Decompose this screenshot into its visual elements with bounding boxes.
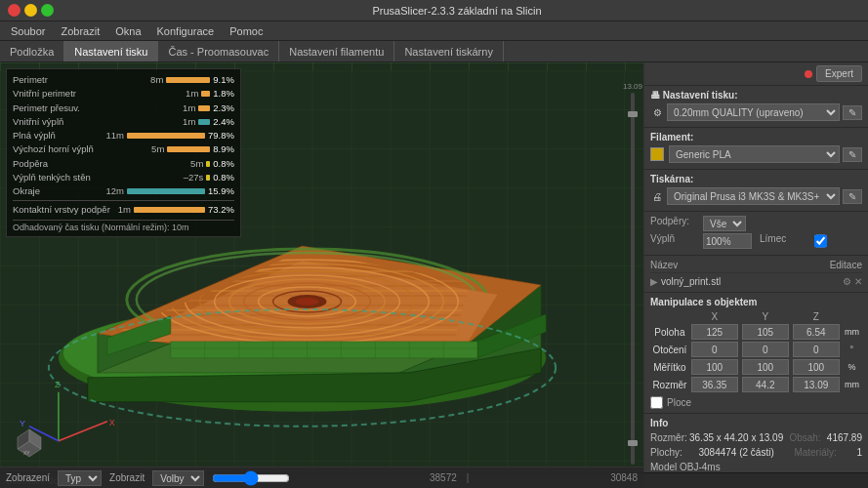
poloha-y-input[interactable] [742, 324, 789, 340]
minimize-btn[interactable] [24, 4, 37, 17]
brim-checkbox[interactable] [814, 233, 827, 249]
otoceni-x-input[interactable] [691, 342, 738, 357]
meritko-x-input[interactable] [691, 359, 738, 375]
info-material-val: 1 [856, 445, 862, 460]
tab-tiskarna[interactable]: Nastavení tiskárny [394, 41, 503, 61]
meritko-z-input[interactable] [793, 359, 840, 375]
objects-header-name: Název [650, 260, 830, 270]
close-btn[interactable] [8, 4, 21, 17]
supports-infill-section: Podpěry: Vše Výplň Límec [644, 212, 868, 256]
printer-icon: 🖨 [650, 189, 664, 203]
printer-edit-btn[interactable]: ✎ [843, 189, 862, 204]
object-list-item[interactable]: ▶ volný_print.stl ⚙ ✕ [650, 275, 862, 288]
coord-header-z: Z [791, 310, 842, 323]
stat-perimetr-pct: 9.1% [213, 73, 234, 87]
stat-support-pct: 0.8% [213, 157, 234, 171]
layer-range-slider[interactable] [212, 470, 290, 486]
stat-inner-perim-bar [201, 91, 210, 97]
tab-nastaveni-tisku[interactable]: Nastavení tisku [64, 41, 158, 61]
poloha-row: Poloha mm [650, 323, 862, 341]
layer-thumb-bottom[interactable] [628, 440, 638, 446]
viewport[interactable]: 13.09 [0, 62, 643, 488]
poloha-x-input[interactable] [691, 324, 738, 340]
object-edit-icon[interactable]: ⚙ [843, 276, 851, 287]
menu-pomoc[interactable]: Pomoc [223, 24, 269, 38]
stat-full-fill-bar [127, 133, 205, 139]
menubar: Soubor Zobrazit Okna Konfigurace Pomoc [0, 21, 868, 41]
display-label: Zobrazení [6, 472, 50, 483]
menu-zobrazit[interactable]: Zobrazit [54, 24, 106, 38]
printer-row: 🖨 Original Prusa i3 MK3S & MK3S+ ✎ [650, 187, 862, 205]
stat-top-fill-bar [167, 146, 210, 152]
printer-title: Tiskárna: [650, 174, 862, 184]
stat-support-time: 5m [190, 157, 203, 171]
stat-perimetr-time: 8m [150, 73, 163, 87]
stat-brim-time: 12m [106, 184, 124, 198]
maximize-btn[interactable] [41, 4, 54, 17]
supports-row: Podpěry: Vše [650, 216, 862, 231]
coord-header-y: Y [740, 310, 791, 323]
object-name: volný_print.stl [661, 276, 843, 287]
main-area: 13.09 [0, 62, 868, 488]
printer-select[interactable]: Original Prusa i3 MK3S & MK3S+ [667, 187, 840, 205]
stat-inner-fill-pct: 2.4% [213, 115, 234, 129]
stat-contact-pct: 73.2% [208, 203, 234, 217]
stat-inner-fill-bar [198, 119, 210, 125]
stat-full-fill-time: 11m [106, 129, 124, 142]
rozmer-z-input[interactable] [793, 377, 840, 392]
stat-full-fill-pct: 79.8% [208, 129, 234, 142]
rozmer-label: Rozměr [650, 376, 689, 393]
objects-list-header: Název Editace [650, 260, 862, 273]
tab-podlozka[interactable]: Podložka [0, 41, 64, 61]
layer-slider[interactable]: 13.09 [626, 82, 640, 465]
layer-thumb-top[interactable] [628, 111, 638, 117]
manipulation-section: Manipulace s objektem X Y Z Poloha [644, 293, 868, 414]
coord-table: X Y Z Poloha mm Otočení [650, 310, 862, 393]
tab-cas[interactable]: Čas - Proomasouvac [158, 41, 279, 61]
menu-konfigurace[interactable]: Konfigurace [150, 24, 222, 38]
window-title: PrusaSlicer-2.3.3 základní na Slicin [54, 5, 860, 17]
poloha-z-input[interactable] [793, 324, 840, 340]
expert-dot [805, 70, 812, 78]
place-checkbox[interactable] [650, 396, 663, 409]
titlebar: PrusaSlicer-2.3.3 základní na Slicin [0, 0, 868, 21]
menu-okna[interactable]: Okna [108, 24, 147, 38]
place-label: Ploce [667, 397, 691, 408]
meritko-y-input[interactable] [742, 359, 789, 375]
filament-title: Filament: [650, 132, 862, 142]
print-profile-select[interactable]: 0.20mm QUALITY (upraveno) [667, 103, 840, 121]
supports-select[interactable]: Vše [703, 216, 746, 231]
infill-input[interactable] [703, 233, 752, 249]
rozmer-y-input[interactable] [742, 377, 789, 392]
meritko-label: Měřítko [650, 358, 689, 376]
expert-button[interactable]: Expert [816, 65, 862, 82]
poloha-unit: mm [842, 323, 862, 341]
svg-text:Z: Z [55, 380, 61, 389]
stats-total: Odhadovaný čas tisku (Normální režim): 1… [13, 223, 234, 232]
tab-filament[interactable]: Nastavení filamentu [279, 41, 394, 61]
print-profile-icon: ⚙ [650, 105, 664, 119]
stat-inner-fill-label: Vnitřní výplň [13, 115, 63, 129]
stat-top-fill-pct: 8.9% [213, 142, 234, 156]
filament-color-swatch [650, 147, 664, 161]
menu-soubor[interactable]: Soubor [4, 24, 52, 38]
type-select[interactable]: Typ [58, 470, 102, 486]
show-label: Zobrazit [109, 472, 145, 483]
viewport-coord-y: 30848 [610, 472, 638, 483]
nav-cube[interactable]: XY [10, 422, 49, 461]
otoceni-y-input[interactable] [742, 342, 789, 357]
viewport-coord-x: 38572 [430, 472, 457, 483]
filament-edit-btn[interactable]: ✎ [843, 147, 862, 162]
place-row: Ploce [650, 396, 862, 409]
stat-perim-move-label: Perimetr přesuv. [13, 102, 80, 115]
rozmer-x-input[interactable] [691, 377, 738, 392]
sidebar: Expert 🖶 Nastavení tisku: ⚙ 0.20mm QUALI… [643, 62, 868, 488]
svg-text:X: X [109, 418, 115, 427]
print-profile-edit-btn[interactable]: ✎ [843, 105, 862, 120]
show-select[interactable]: Volby [152, 470, 204, 486]
object-delete-icon[interactable]: ✕ [854, 276, 862, 287]
otoceni-z-input[interactable] [793, 342, 840, 357]
filament-select[interactable]: Generic PLA [669, 145, 840, 163]
layer-track[interactable] [631, 93, 635, 465]
otoceni-label: Otočení [650, 341, 689, 358]
